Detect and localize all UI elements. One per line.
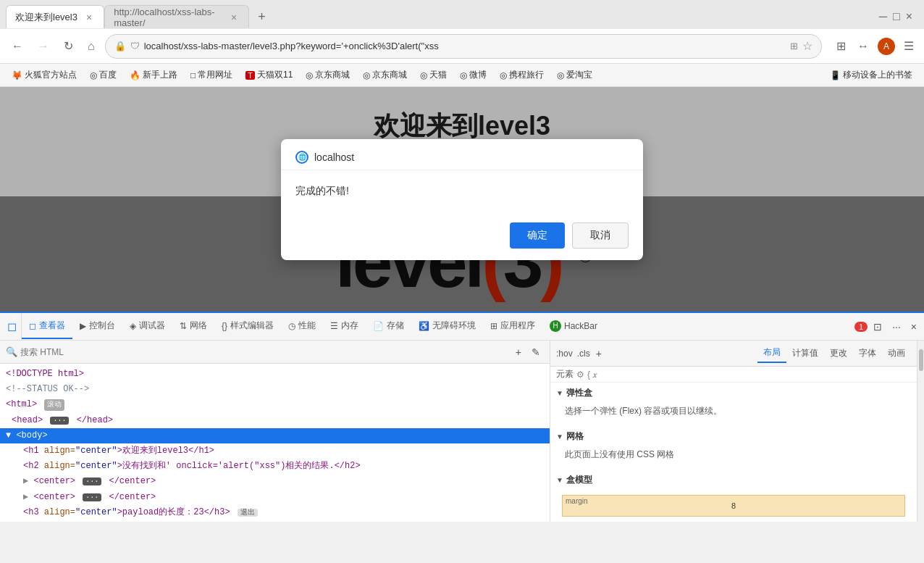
css-section-boxmodel-header[interactable]: ▼ 盒模型 [556, 474, 911, 486]
add-node-button[interactable]: + [512, 344, 525, 360]
bookmark-ctrip[interactable]: ◎ 携程旅行 [494, 67, 550, 83]
tab-inspector[interactable]: ◻ 查看器 [22, 314, 72, 339]
memory-icon: ☰ [330, 321, 338, 331]
tab-style-editor[interactable]: {} 样式编辑器 [214, 314, 281, 339]
bookmark-taobao[interactable]: ◎ 爱淘宝 [551, 67, 598, 83]
browser-window: 欢迎来到level3 × http://localhost/xss-labs-m… [0, 0, 924, 522]
url-text: localhost/xss-labs-master/level3.php?key… [144, 41, 786, 51]
element-label: 元素 [556, 368, 574, 380]
tab-debugger[interactable]: ◈ 调试器 [122, 314, 172, 339]
html-line-html[interactable]: <html> 滚动 [0, 397, 550, 412]
html-line-center1[interactable]: ▶ <center> ··· </center> [0, 474, 550, 489]
tab-hackbar[interactable]: H HackBar [542, 314, 605, 339]
more-tools-button[interactable]: ··· [888, 318, 905, 335]
center1-badge: ··· [83, 477, 101, 485]
baidu-icon: ◎ [90, 70, 97, 80]
tab-storage[interactable]: 📄 存储 [366, 314, 411, 339]
add-rule-button[interactable]: + [596, 348, 602, 359]
bookmark-label: 爱淘宝 [566, 69, 592, 81]
sync-icon[interactable]: ↔ [854, 37, 872, 56]
mobile-icon: 📱 [830, 70, 841, 80]
css-section-grid-header[interactable]: ▼ 网格 [556, 430, 911, 443]
pick-node-button[interactable]: ✎ [528, 344, 544, 360]
html-line-doctype[interactable]: <!DOCTYPE html> [0, 367, 550, 382]
html-line-comment[interactable]: <!--STATUS OK--> [0, 382, 550, 397]
html-line-body[interactable]: ▼ <body> [0, 428, 550, 443]
html-line-h1[interactable]: <h1 align="center">欢迎来到level3</h1> [0, 443, 550, 459]
reload-button[interactable]: ↻ [59, 36, 77, 56]
new-tab-button[interactable]: + [252, 7, 272, 28]
tab-console[interactable]: ▶ 控制台 [72, 314, 122, 339]
address-icons: ⊞ ↔ A ☰ [833, 36, 917, 56]
extensions-icon[interactable]: ⊞ [833, 36, 849, 56]
devtools-pick-icon[interactable]: ◻ [3, 313, 22, 340]
css-tab-animations[interactable]: 动画 [882, 344, 911, 362]
url-bar[interactable]: 🔒 🛡 localhost/xss-labs-master/level3.php… [105, 34, 822, 59]
bookmark-common[interactable]: □ 常用网址 [185, 67, 238, 83]
margin-label: margin [566, 497, 588, 505]
performance-icon: ◷ [288, 321, 295, 331]
tracking-icon: 🛡 [130, 41, 140, 51]
right-scrollbar[interactable] [917, 341, 924, 522]
tab-close-active[interactable]: × [83, 10, 95, 25]
html-line-body-close[interactable]: </body> [0, 520, 550, 522]
minimize-button[interactable]: ─ [879, 10, 887, 23]
css-section-boxmodel: ▼ 盒模型 margin 8 [556, 474, 911, 522]
maximize-button[interactable]: □ [893, 10, 900, 23]
bookmark-baidu[interactable]: ◎ 百度 [84, 67, 122, 83]
back-button[interactable]: ← [7, 37, 28, 56]
element-settings-icon[interactable]: ⚙ [576, 370, 584, 380]
bookmark-jd1[interactable]: ◎ 京东商城 [300, 67, 356, 83]
bookmark-label: 天猫 [429, 69, 447, 81]
menu-icon[interactable]: ☰ [901, 36, 917, 56]
tab-memory[interactable]: ☰ 内存 [323, 314, 366, 339]
bookmark-newbie[interactable]: 🔥 新手上路 [124, 67, 183, 83]
home-button[interactable]: ⌂ [83, 37, 99, 56]
forward-button[interactable]: → [33, 37, 54, 56]
bookmark-tianmao[interactable]: ◎ 天猫 [414, 67, 453, 83]
tab-network[interactable]: ⇅ 网络 [172, 314, 214, 339]
accessibility-icon: ♿ [419, 321, 429, 331]
page-area: 欢迎来到level3 没有找 ... 结果. level(3) ® 🌐 [0, 87, 924, 312]
application-label: 应用程序 [500, 320, 535, 332]
cls-button[interactable]: .cls [577, 349, 590, 359]
css-tab-layout[interactable]: 布局 [757, 343, 786, 363]
bookmark-jd2[interactable]: ◎ 京东商城 [357, 67, 413, 83]
css-section-flex-body: 选择一个弹性 (Flex) 容器或项目以继续。 [556, 402, 911, 422]
profile-icon[interactable]: A [878, 38, 895, 55]
css-tab-changes[interactable]: 更改 [824, 344, 853, 362]
html-line-h2[interactable]: <h2 align="center">没有找到和' onclick='alert… [0, 459, 550, 474]
html-line-head[interactable]: <head> ··· </head> [0, 413, 550, 428]
dialog-confirm-button[interactable]: 确定 [510, 222, 565, 249]
tab-performance[interactable]: ◷ 性能 [281, 314, 323, 339]
css-section-flex-header[interactable]: ▼ 弹性盒 [556, 387, 911, 399]
tab-application[interactable]: ⊞ 应用程序 [483, 314, 542, 339]
exit-badge[interactable]: 退出 [238, 509, 258, 517]
close-devtools-button[interactable]: × [907, 318, 921, 335]
html-panel: 🔍 + ✎ <!DOCTYPE html> <!--STATUS OK--> [0, 341, 550, 522]
tab-close-inactive[interactable]: × [228, 10, 240, 25]
css-tab-fonts[interactable]: 字体 [853, 344, 882, 362]
debugger-label: 调试器 [139, 320, 165, 332]
hov-button[interactable]: :hov [556, 349, 573, 359]
html-search-input[interactable] [20, 347, 509, 357]
close-window-button[interactable]: × [906, 10, 912, 23]
tab-active[interactable]: 欢迎来到level3 × [6, 5, 104, 28]
storage-label: 存储 [387, 320, 404, 332]
bookmark-weibo[interactable]: ◎ 微博 [454, 67, 492, 83]
css-tab-computed[interactable]: 计算值 [786, 344, 824, 362]
html-line-center2[interactable]: ▶ <center> ··· </center> [0, 490, 550, 505]
dialog-overlay: 🌐 localhost 完成的不错! 确定 取消 [0, 87, 924, 312]
dialog-cancel-button[interactable]: 取消 [572, 222, 629, 249]
star-icon[interactable]: ☆ [802, 39, 812, 53]
flex-description: 选择一个弹性 (Flex) 容器或项目以继续。 [565, 405, 911, 417]
grid-description: 此页面上没有使用 CSS 网格 [565, 449, 911, 461]
bookmark-firefox[interactable]: 🦊 火狐官方站点 [6, 67, 83, 83]
bookmark-tmall[interactable]: T 天猫双11 [240, 67, 298, 83]
html-line-h3[interactable]: <h3 align="center">payload的长度：23</h3> 退出 [0, 505, 550, 520]
tab-accessibility[interactable]: ♿ 无障碍环境 [411, 314, 483, 339]
mobile-bookmarks[interactable]: 📱 移动设备上的书签 [824, 67, 918, 83]
responsive-mode-button[interactable]: ⊡ [869, 318, 886, 335]
tab-inactive[interactable]: http://localhost/xss-labs-master/ × [104, 5, 249, 28]
inspector-label: 查看器 [39, 320, 65, 332]
